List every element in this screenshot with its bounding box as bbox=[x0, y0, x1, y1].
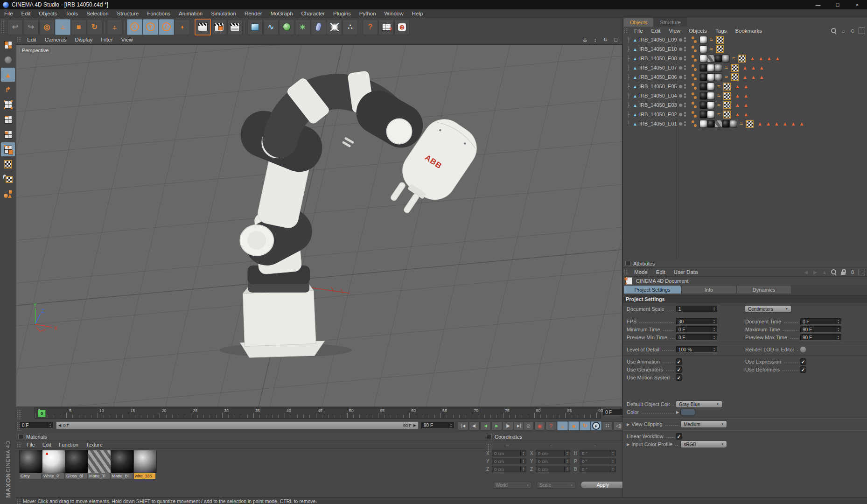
spinner-arrows[interactable] bbox=[711, 306, 717, 312]
view-label[interactable]: Perspective bbox=[19, 47, 51, 54]
add-mograph-icon[interactable]: ∗ bbox=[295, 19, 310, 35]
timeline-grip[interactable] bbox=[17, 409, 21, 420]
filter-eye-icon[interactable]: ⊙ bbox=[849, 28, 856, 34]
vp-menu-cameras[interactable]: Cameras bbox=[41, 37, 71, 42]
main-menu-python[interactable]: Python bbox=[355, 11, 380, 16]
render-picture-viewer-icon[interactable] bbox=[211, 19, 227, 35]
panel-icon[interactable] bbox=[625, 261, 630, 266]
material-thumbnail[interactable] bbox=[65, 450, 88, 473]
command-manager-icon[interactable]: ? bbox=[378, 19, 394, 35]
texture-axis-icon[interactable] bbox=[1, 172, 15, 186]
phong-tag-icon[interactable]: ≈ bbox=[723, 64, 730, 71]
enable-dots-icon[interactable] bbox=[692, 102, 697, 109]
visibility-dots-icon[interactable] bbox=[684, 103, 686, 107]
edit-render-settings-icon[interactable] bbox=[227, 19, 243, 35]
online-updater-icon[interactable] bbox=[394, 19, 410, 35]
selection-tag-icon[interactable]: ▲ bbox=[735, 93, 740, 98]
object-row-irb-14050-e06[interactable]: ├▲IRB_14050_E06≈▲▲▲ bbox=[623, 72, 867, 82]
timeline-ruler[interactable]: 051015202530354045505560657075808590 0 bbox=[35, 407, 601, 419]
phong-tag-icon[interactable]: ≈ bbox=[723, 74, 730, 80]
layer-dot-icon[interactable] bbox=[679, 76, 682, 79]
visibility-dots-icon[interactable] bbox=[684, 84, 686, 89]
phong-tag-icon[interactable]: ≈ bbox=[715, 111, 722, 118]
material-tag-icon[interactable] bbox=[722, 55, 729, 62]
main-menu-plugins[interactable]: Plugins bbox=[329, 11, 355, 16]
phong-tag-icon[interactable]: ≈ bbox=[738, 120, 745, 127]
checkbox-use-deformers[interactable] bbox=[800, 367, 806, 372]
material-tag-icon[interactable] bbox=[715, 64, 722, 71]
material-tag-icon[interactable] bbox=[715, 74, 722, 81]
main-menu-tools[interactable]: Tools bbox=[61, 11, 82, 16]
spinner-arrows[interactable] bbox=[835, 319, 841, 324]
snap-toggle-icon[interactable] bbox=[1, 142, 15, 156]
layer-dot-icon[interactable] bbox=[679, 48, 682, 51]
lock-y-icon[interactable]: Y bbox=[143, 19, 158, 35]
previous-frame-button[interactable]: ◀| bbox=[469, 421, 480, 430]
coord-field[interactable]: 0 cm bbox=[536, 458, 570, 464]
selection-tag-icon[interactable]: ▲ bbox=[751, 74, 756, 80]
coord-field[interactable]: 0 cm bbox=[492, 450, 526, 456]
material-tag-icon[interactable] bbox=[707, 92, 714, 99]
material-tag-icon[interactable] bbox=[707, 120, 714, 127]
material-thumbnail[interactable] bbox=[42, 450, 65, 473]
om-menu-objects[interactable]: Objects bbox=[685, 28, 711, 34]
enable-dots-icon[interactable] bbox=[692, 55, 697, 62]
add-panel-icon[interactable] bbox=[858, 28, 866, 34]
materials-grip[interactable] bbox=[17, 442, 21, 447]
object-row-irb-14050-e05[interactable]: ├▲IRB_14050_E05≈▲▲ bbox=[623, 82, 867, 91]
add-deformer-icon[interactable] bbox=[311, 19, 326, 35]
edges-mode-icon[interactable] bbox=[1, 112, 15, 126]
phong-tag-icon[interactable]: ≈ bbox=[715, 83, 722, 90]
autokeying-button[interactable]: ◉ bbox=[534, 421, 545, 430]
selection-tag-icon[interactable]: ▲ bbox=[743, 84, 748, 89]
main-menu-edit[interactable]: Edit bbox=[17, 11, 35, 16]
visibility-dots-icon[interactable] bbox=[684, 47, 686, 51]
key-rotation-button[interactable]: ↻ bbox=[580, 421, 590, 430]
layer-dot-icon[interactable] bbox=[679, 122, 682, 126]
spinner-arrows[interactable] bbox=[835, 327, 841, 332]
add-environment-icon[interactable] bbox=[327, 19, 342, 35]
undo-icon[interactable]: ↩ bbox=[7, 19, 23, 35]
om-menu-tags[interactable]: Tags bbox=[711, 28, 731, 34]
enable-dots-icon[interactable] bbox=[692, 64, 697, 71]
object-row-irb-14050-e08[interactable]: ├▲IRB_14050_E08≈▲▲▲▲ bbox=[623, 54, 867, 63]
spinner-arrows[interactable] bbox=[47, 422, 53, 428]
enable-dots-icon[interactable] bbox=[692, 74, 697, 81]
mat-menu-file[interactable]: File bbox=[23, 442, 39, 448]
main-menu-file[interactable]: File bbox=[0, 11, 17, 16]
material-tag-icon[interactable] bbox=[700, 64, 707, 71]
live-selection-icon[interactable]: ◎ bbox=[39, 19, 55, 35]
material-item-matte-bl[interactable]: Matte_Bl bbox=[111, 450, 133, 479]
input-preview-max-time[interactable]: 90 F bbox=[800, 334, 841, 341]
selection-tag-icon[interactable]: ▲ bbox=[757, 121, 762, 126]
tab-project-settings[interactable]: Project Settings bbox=[624, 286, 681, 294]
selection-tag-icon[interactable]: ▲ bbox=[759, 65, 764, 70]
selection-tag-icon[interactable]: ▲ bbox=[751, 65, 756, 70]
help-icon[interactable]: ? bbox=[363, 19, 378, 35]
expand-arrow-icon[interactable]: ▶ bbox=[676, 410, 679, 414]
scroll-left-arrow-icon[interactable]: ◀ bbox=[56, 423, 63, 427]
mat-menu-function[interactable]: Function bbox=[55, 442, 82, 448]
spinner-arrows[interactable] bbox=[835, 335, 841, 340]
main-menu-simulation[interactable]: Simulation bbox=[207, 11, 240, 16]
primitive-group-icon[interactable] bbox=[1, 187, 15, 201]
selection-tag-icon[interactable]: ▲ bbox=[742, 65, 748, 70]
apply-button[interactable]: Apply bbox=[580, 481, 625, 489]
visibility-dots-icon[interactable] bbox=[684, 93, 686, 98]
layer-dot-icon[interactable] bbox=[679, 94, 682, 98]
uvw-tag-icon[interactable] bbox=[732, 65, 738, 71]
material-tag-icon[interactable] bbox=[715, 55, 722, 62]
main-menu-character[interactable]: Character bbox=[297, 11, 329, 16]
coordinate-scale-dropdown[interactable]: Scale bbox=[537, 482, 576, 489]
play-backwards-button[interactable]: ◀ bbox=[480, 421, 491, 430]
material-item-wire-135[interactable]: wire_135 bbox=[134, 450, 156, 479]
tab-objects[interactable]: Objects bbox=[624, 18, 653, 27]
move-tool-icon[interactable]: ↔↕ bbox=[55, 19, 70, 35]
material-tag-icon[interactable] bbox=[700, 102, 707, 109]
material-thumbnail[interactable] bbox=[20, 450, 42, 473]
make-editable-icon[interactable] bbox=[1, 38, 15, 52]
object-row-irb-14050-e09[interactable]: ├▲IRB_14050_E09≈ bbox=[623, 35, 867, 44]
input-document-time[interactable]: 0 F bbox=[800, 318, 841, 325]
key-pla-button[interactable]: ∷ bbox=[602, 421, 613, 430]
material-tag-icon[interactable] bbox=[700, 120, 707, 127]
